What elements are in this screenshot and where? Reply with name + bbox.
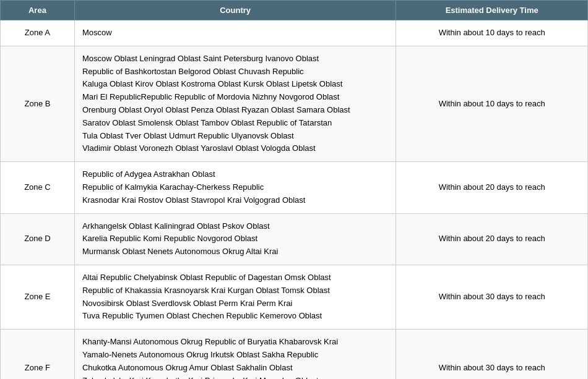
delivery-time-cell: Within about 10 days to reach [396, 20, 588, 46]
countries-cell: Moscow Oblast Leningrad Oblast Saint Pet… [74, 46, 396, 161]
table-row: Zone EAltai Republic Chelyabinsk Oblast … [1, 265, 588, 329]
delivery-table: Area Country Estimated Delivery Time Zon… [0, 0, 588, 379]
zone-cell: Zone E [1, 265, 75, 329]
zone-cell: Zone A [1, 20, 75, 46]
table-row: Zone AMoscowWithin about 10 days to reac… [1, 20, 588, 46]
table-row: Zone CRepublic of Adygea Astrakhan Oblas… [1, 162, 588, 213]
delivery-time-cell: Within about 30 days to reach [396, 265, 588, 329]
delivery-time-cell: Within about 20 days to reach [396, 162, 588, 213]
countries-cell: Moscow [74, 20, 396, 46]
zone-cell: Zone C [1, 162, 75, 213]
header-delivery: Estimated Delivery Time [396, 1, 588, 20]
delivery-time-cell: Within about 10 days to reach [396, 46, 588, 161]
zone-cell: Zone B [1, 46, 75, 161]
header-area: Area [1, 1, 75, 20]
countries-cell: Altai Republic Chelyabinsk Oblast Republ… [74, 265, 396, 329]
table-row: Zone BMoscow Oblast Leningrad Oblast Sai… [1, 46, 588, 161]
countries-cell: Republic of Adygea Astrakhan OblastRepub… [74, 162, 396, 213]
header-country: Country [74, 1, 396, 20]
countries-cell: Khanty-Mansi Autonomous Okrug Republic o… [74, 330, 396, 379]
countries-cell: Arkhangelsk Oblast Kaliningrad Oblast Ps… [74, 213, 396, 265]
delivery-time-cell: Within about 30 days to reach [396, 330, 588, 379]
table-row: Zone DArkhangelsk Oblast Kaliningrad Obl… [1, 213, 588, 265]
zone-cell: Zone F [1, 330, 75, 379]
table-row: Zone FKhanty-Mansi Autonomous Okrug Repu… [1, 330, 588, 379]
delivery-time-cell: Within about 20 days to reach [396, 213, 588, 265]
zone-cell: Zone D [1, 213, 75, 265]
